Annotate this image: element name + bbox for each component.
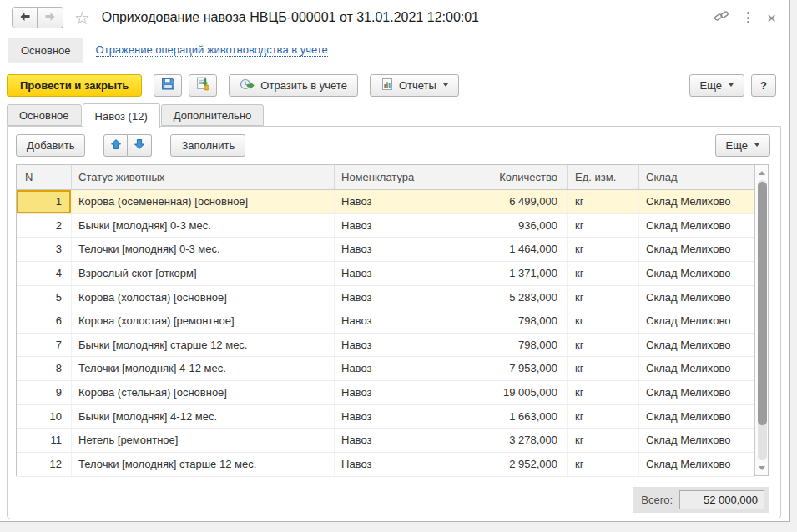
cell-n[interactable]: 3 — [17, 238, 72, 261]
cell-warehouse[interactable]: Склад Мелихово — [639, 262, 754, 285]
cell-unit[interactable]: кг — [568, 453, 639, 476]
scrollbar-up-button[interactable] — [755, 166, 769, 179]
post-and-close-button[interactable]: Провести и закрыть — [7, 74, 142, 97]
cell-nomenclature[interactable]: Навоз — [335, 357, 426, 380]
cell-nomenclature[interactable]: Навоз — [335, 262, 426, 285]
table-row[interactable]: 5 Корова (холостая) [основное] Навоз 5 2… — [17, 286, 754, 310]
move-down-button[interactable] — [128, 134, 152, 157]
cell-status[interactable]: Бычки [молодняк] 4-12 мес. — [72, 405, 335, 429]
cell-quantity[interactable]: 6 499,000 — [426, 190, 568, 213]
cell-unit[interactable]: кг — [568, 357, 639, 380]
table-row[interactable]: 1 Корова (осемененная) [основное] Навоз … — [17, 190, 754, 214]
column-header-quantity[interactable]: Количество — [426, 165, 568, 189]
cell-nomenclature[interactable]: Навоз — [335, 381, 426, 404]
cell-quantity[interactable]: 5 283,000 — [426, 286, 568, 309]
scrollbar-thumb[interactable] — [758, 182, 767, 425]
cell-nomenclature[interactable]: Навоз — [335, 453, 426, 476]
cell-nomenclature[interactable]: Навоз — [335, 405, 426, 429]
cell-unit[interactable]: кг — [568, 190, 639, 213]
cell-quantity[interactable]: 936,000 — [426, 214, 568, 238]
cell-status[interactable]: Корова (осемененная) [основное] — [72, 190, 335, 213]
cell-warehouse[interactable]: Склад Мелихово — [639, 214, 754, 238]
table-row[interactable]: 6 Корова (холостая) [ремонтное] Навоз 79… — [17, 309, 754, 334]
favorite-star-icon[interactable]: ☆ — [74, 9, 90, 27]
cell-n[interactable]: 2 — [17, 214, 72, 238]
cell-n[interactable]: 10 — [17, 405, 72, 429]
tab-additional[interactable]: Дополнительно — [161, 104, 265, 126]
cell-n[interactable]: 5 — [17, 286, 72, 309]
table-row[interactable]: 11 Нетель [ремонтное] Навоз 3 278,000 кг… — [17, 429, 754, 453]
post-document-button[interactable] — [189, 74, 217, 97]
cell-warehouse[interactable]: Склад Мелихово — [639, 309, 754, 333]
nav-link-reflection[interactable]: Отражение операций животноводства в учет… — [96, 43, 328, 57]
cell-warehouse[interactable]: Склад Мелихово — [639, 238, 754, 261]
cell-unit[interactable]: кг — [568, 262, 639, 285]
cell-status[interactable]: Бычки [молодняк] старше 12 мес. — [72, 334, 335, 357]
cell-warehouse[interactable]: Склад Мелихово — [639, 381, 754, 404]
column-header-n[interactable]: N — [17, 165, 72, 189]
reports-button[interactable]: Отчеты — [370, 74, 459, 97]
cell-warehouse[interactable]: Склад Мелихово — [639, 286, 754, 309]
tab-main[interactable]: Основное — [7, 104, 82, 126]
nav-tab-main[interactable]: Основное — [8, 38, 83, 63]
cell-nomenclature[interactable]: Навоз — [335, 190, 426, 213]
cell-unit[interactable]: кг — [568, 405, 639, 429]
column-header-nomenclature[interactable]: Номенклатура — [335, 165, 426, 189]
column-header-unit[interactable]: Ед. изм. — [568, 165, 639, 189]
cell-status[interactable]: Телочки [молодняк] 0-3 мес. — [72, 238, 335, 261]
cell-unit[interactable]: кг — [568, 214, 639, 238]
cell-quantity[interactable]: 1 464,000 — [426, 238, 568, 261]
cell-quantity[interactable]: 1 663,000 — [426, 405, 568, 429]
cell-status[interactable]: Бычки [молодняк] 0-3 мес. — [72, 214, 335, 238]
table-row[interactable]: 3 Телочки [молодняк] 0-3 мес. Навоз 1 46… — [17, 238, 754, 262]
add-row-button[interactable]: Добавить — [16, 134, 85, 157]
cell-unit[interactable]: кг — [568, 381, 639, 404]
close-icon[interactable]: × — [767, 10, 776, 26]
scrollbar-track[interactable] — [758, 180, 767, 460]
column-header-warehouse[interactable]: Склад — [639, 165, 754, 189]
table-row[interactable]: 8 Телочки [молодняк] 4-12 мес. Навоз 7 9… — [17, 357, 754, 381]
cell-nomenclature[interactable]: Навоз — [335, 309, 426, 333]
column-header-status[interactable]: Статус животных — [72, 165, 335, 189]
cell-warehouse[interactable]: Склад Мелихово — [639, 190, 754, 213]
cell-quantity[interactable]: 2 952,000 — [426, 453, 568, 476]
cell-warehouse[interactable]: Склад Мелихово — [639, 405, 754, 429]
cell-nomenclature[interactable]: Навоз — [335, 214, 426, 238]
cell-n[interactable]: 7 — [17, 334, 72, 357]
cell-quantity[interactable]: 1 371,000 — [426, 262, 568, 285]
cell-warehouse[interactable]: Склад Мелихово — [639, 429, 754, 452]
cell-status[interactable]: Взрослый скот [откорм] — [72, 262, 335, 285]
fill-button[interactable]: Заполнить — [170, 134, 245, 157]
get-link-icon[interactable] — [714, 8, 729, 27]
cell-unit[interactable]: кг — [568, 238, 639, 261]
save-button[interactable] — [154, 74, 182, 97]
back-button[interactable] — [12, 7, 38, 28]
cell-quantity[interactable]: 3 278,000 — [426, 429, 568, 452]
kebab-menu-icon[interactable] — [744, 10, 753, 25]
table-row[interactable]: 10 Бычки [молодняк] 4-12 мес. Навоз 1 66… — [17, 405, 754, 429]
cell-warehouse[interactable]: Склад Мелихово — [639, 357, 754, 380]
cell-quantity[interactable]: 798,000 — [426, 309, 568, 333]
cell-n[interactable]: 4 — [17, 262, 72, 285]
table-row[interactable]: 9 Корова (стельная) [основное] Навоз 19 … — [17, 381, 754, 405]
cell-nomenclature[interactable]: Навоз — [335, 334, 426, 357]
cell-n[interactable]: 6 — [17, 309, 72, 333]
cell-unit[interactable]: кг — [568, 286, 639, 309]
cell-unit[interactable]: кг — [568, 309, 639, 333]
forward-button[interactable] — [38, 7, 63, 28]
vertical-scrollbar[interactable] — [754, 165, 768, 475]
move-up-button[interactable] — [103, 134, 128, 157]
cell-status[interactable]: Телочки [молодняк] старше 12 мес. — [72, 453, 335, 476]
cell-nomenclature[interactable]: Навоз — [335, 429, 426, 452]
cell-status[interactable]: Корова (холостая) [ремонтное] — [72, 309, 335, 333]
cell-nomenclature[interactable]: Навоз — [335, 286, 426, 309]
cell-n[interactable]: 9 — [17, 381, 72, 404]
cell-status[interactable]: Нетель [ремонтное] — [72, 429, 335, 452]
cell-quantity[interactable]: 19 005,000 — [426, 381, 568, 404]
cell-n[interactable]: 1 — [17, 190, 72, 213]
cell-n[interactable]: 8 — [17, 357, 72, 380]
cell-quantity[interactable]: 798,000 — [426, 334, 568, 357]
reflect-in-accounting-button[interactable]: Отразить в учете — [229, 74, 358, 97]
cell-quantity[interactable]: 7 953,000 — [426, 357, 568, 380]
cell-warehouse[interactable]: Склад Мелихово — [639, 334, 754, 357]
